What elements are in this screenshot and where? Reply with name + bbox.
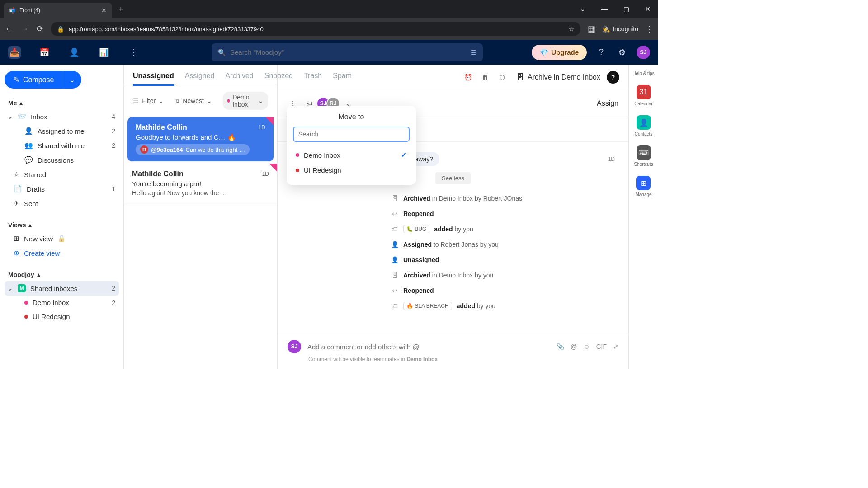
sort-icon: ⇅ [175, 97, 180, 104]
activity-icon: 👤 [391, 256, 399, 264]
filter-button[interactable]: ☰ Filter ⌄ [133, 97, 164, 104]
sidebar-item-assigned-to-me[interactable]: 👤 Assigned to me 2 [5, 124, 119, 138]
contacts-nav-icon[interactable]: 👤 [68, 46, 80, 59]
sidebar-item-new-view[interactable]: ⊞ New view 🔒 [5, 231, 119, 246]
create-view-button[interactable]: ⊕ Create view [5, 246, 119, 260]
trash-icon[interactable]: 🗑 [480, 72, 491, 83]
global-search-input[interactable] [230, 48, 466, 56]
upgrade-button[interactable]: 💎 Upgrade [532, 45, 587, 60]
compose-button[interactable]: ✎ Compose [5, 71, 63, 89]
chevron-down-icon[interactable]: ⌄ [7, 284, 13, 292]
views-section-header[interactable]: Views ▴ [5, 219, 119, 231]
gear-icon[interactable]: ⚙ [616, 46, 628, 59]
activity-row: ↩Reopened [391, 206, 615, 221]
lock-icon: 🔒 [57, 235, 66, 243]
chevron-down-icon: ⌄ [70, 76, 75, 84]
archive-in-inbox-button[interactable]: 🗄 Archive in Demo Inbox [517, 73, 600, 81]
extensions-icon[interactable]: ▦ [587, 24, 596, 33]
contacts-icon: 👤 [637, 115, 651, 130]
sidebar-item-discussions[interactable]: 💬 Discussions [5, 153, 119, 167]
browser-tab[interactable]: 📬 Front (4) ✕ [4, 3, 112, 18]
sidebar-item-shared-inboxes[interactable]: ⌄ M Shared inboxes 2 [5, 281, 119, 296]
me-section-header[interactable]: Me ▴ [5, 97, 119, 109]
workspace-section-header[interactable]: Moodjoy ▴ [5, 268, 119, 281]
user-avatar[interactable]: SJ [637, 46, 650, 59]
incognito-icon: 🕵️ [602, 25, 610, 33]
archive-icon: 🗄 [517, 73, 524, 81]
inbox-corner-tag [269, 164, 277, 172]
inbox-icon: 📨 [18, 113, 26, 121]
tab-assigned[interactable]: Assigned [185, 72, 215, 86]
compose-dropdown[interactable]: ⌄ [63, 71, 81, 89]
conversation-list: Unassigned Assigned Archived Snoozed Tra… [124, 65, 278, 369]
activity-icon: ↩ [391, 286, 399, 295]
calendar-icon: 31 [637, 85, 651, 99]
tab-unassigned[interactable]: Unassigned [133, 72, 174, 86]
sidebar-item-ui-redesign[interactable]: UI Redesign [5, 310, 119, 324]
browser-toolbar: ← → ⟳ 🔒 app.frontapp.com/inboxes/teams/7… [0, 18, 658, 40]
new-tab-button[interactable]: + [112, 1, 130, 18]
assign-button[interactable]: Assign [597, 99, 618, 108]
analytics-nav-icon[interactable]: 📊 [98, 46, 110, 59]
activity-icon: 🗄 [391, 271, 399, 279]
rail-help-tips[interactable]: Help & tips [632, 71, 654, 76]
move-to-popover: Move to Demo Inbox ✓ UI Redesign [287, 106, 416, 185]
tab-favicon: 📬 [9, 7, 16, 14]
inbox-selector-chip[interactable]: Demo Inbox ⌄ [223, 92, 268, 110]
help-badge[interactable]: ? [607, 71, 619, 84]
activity-row: 🏷🔥 SLA BREACH added by you [391, 298, 615, 314]
global-search[interactable]: 🔍 ☰ [212, 43, 483, 61]
rail-calendar[interactable]: 31 Calendar [634, 85, 653, 106]
rail-manage[interactable]: ⊞ Manage [635, 176, 651, 197]
tab-dropdown-icon[interactable]: ⌄ [572, 0, 593, 18]
inbox-nav-icon[interactable]: 📥 [8, 46, 21, 59]
view-icon: ⊞ [14, 235, 19, 243]
activity-tag: 🐛 BUG [403, 225, 429, 233]
sidebar-item-drafts[interactable]: 📄 Drafts 1 [5, 182, 119, 196]
check-icon: ✓ [401, 151, 407, 159]
tab-archived[interactable]: Archived [226, 72, 254, 86]
expand-icon[interactable]: ⤢ [613, 343, 618, 350]
close-tab-icon[interactable]: ✕ [101, 7, 107, 14]
rail-shortcuts[interactable]: ⌨ Shortcuts [634, 145, 653, 167]
snooze-icon[interactable]: ⏰ [462, 72, 473, 83]
sidebar-item-sent[interactable]: ✈ Sent [5, 196, 119, 211]
sidebar-item-inbox[interactable]: ⌄ 📨 Inbox 4 [5, 109, 119, 124]
mention-icon[interactable]: @ [571, 343, 577, 350]
sidebar-item-starred[interactable]: ☆ Starred [5, 167, 119, 182]
tab-title: Front (4) [19, 7, 40, 14]
calendar-nav-icon[interactable]: 📅 [38, 46, 51, 59]
maximize-icon[interactable]: ▢ [616, 0, 637, 18]
gem-icon: 💎 [540, 48, 548, 56]
sort-button[interactable]: ⇅ Newest ⌄ [175, 97, 212, 104]
chevron-down-icon: ⌄ [158, 97, 164, 104]
back-icon[interactable]: ← [5, 24, 14, 33]
conversation-card[interactable]: Mathilde Collin 1D You're becoming a pro… [124, 164, 277, 203]
search-filter-icon[interactable]: ☰ [471, 49, 476, 56]
spam-icon[interactable]: ⬡ [497, 72, 508, 83]
reload-icon[interactable]: ⟳ [35, 24, 44, 33]
gif-icon[interactable]: GIF [596, 343, 607, 350]
sidebar-item-demo-inbox[interactable]: Demo Inbox 2 [5, 296, 119, 310]
chevron-down-icon: ⌄ [207, 97, 212, 104]
move-to-option-demo-inbox[interactable]: Demo Inbox ✓ [293, 147, 410, 163]
comment-input[interactable] [307, 343, 550, 351]
close-window-icon[interactable]: ✕ [637, 0, 658, 18]
move-to-option-ui-redesign[interactable]: UI Redesign [293, 163, 410, 178]
browser-menu-icon[interactable]: ⋮ [645, 24, 654, 33]
address-bar[interactable]: 🔒 app.frontapp.com/inboxes/teams/7858132… [51, 22, 580, 36]
popover-search-input[interactable] [293, 127, 410, 142]
forward-icon[interactable]: → [20, 24, 29, 33]
minimize-icon[interactable]: ― [594, 0, 615, 18]
activity-row: 👤Unassigned [391, 252, 615, 267]
conversation-card[interactable]: Mathilde Collin 1D Goodbye to forwards a… [127, 117, 274, 162]
rail-contacts[interactable]: 👤 Contacts [635, 115, 652, 136]
chevron-down-icon[interactable]: ⌄ [7, 113, 13, 121]
attachment-icon[interactable]: 📎 [557, 343, 564, 350]
sidebar-item-shared-with-me[interactable]: 👥 Shared with me 2 [5, 138, 119, 153]
help-icon[interactable]: ? [595, 46, 608, 59]
emoji-icon[interactable]: ☺ [583, 343, 590, 350]
see-less-button[interactable]: See less [435, 172, 471, 184]
bookmark-star-icon[interactable]: ☆ [569, 26, 574, 33]
more-nav-icon[interactable]: ⋮ [127, 46, 140, 59]
